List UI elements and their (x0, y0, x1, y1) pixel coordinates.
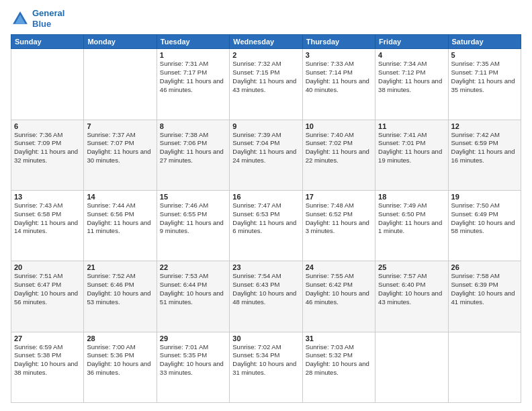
day-number: 12 (451, 122, 518, 130)
day-number: 15 (160, 193, 226, 201)
daylight-text: Daylight: 11 hours and 43 minutes. (232, 77, 296, 93)
calendar-header-thursday: Thursday (302, 35, 375, 49)
sunrise-text: Sunrise: 7:42 AM (451, 131, 500, 138)
logo-icon (11, 9, 30, 28)
calendar-cell: 20 Sunrise: 7:51 AM Sunset: 6:47 PM Dayl… (11, 261, 84, 332)
sunset-text: Sunset: 7:12 PM (378, 68, 425, 76)
day-number: 20 (14, 263, 81, 271)
sunset-text: Sunset: 6:47 PM (14, 281, 61, 288)
calendar-week-row: 13 Sunrise: 7:43 AM Sunset: 6:58 PM Dayl… (11, 190, 521, 261)
sunrise-text: Sunrise: 7:40 AM (306, 131, 354, 138)
sunset-text: Sunset: 7:06 PM (160, 139, 207, 146)
day-info: Sunrise: 7:54 AM Sunset: 6:43 PM Dayligh… (232, 272, 299, 306)
day-info: Sunrise: 7:42 AM Sunset: 6:59 PM Dayligh… (451, 131, 518, 165)
sunset-text: Sunset: 6:49 PM (451, 210, 498, 218)
sunrise-text: Sunrise: 7:39 AM (232, 131, 281, 138)
sunset-text: Sunset: 5:35 PM (160, 351, 207, 359)
daylight-text: Daylight: 11 hours and 6 minutes. (232, 219, 296, 235)
page: General Blue SundayMondayTuesdayWednesda… (0, 0, 532, 411)
day-number: 16 (232, 193, 299, 201)
sunset-text: Sunset: 6:44 PM (160, 281, 207, 288)
sunrise-text: Sunrise: 7:52 AM (87, 272, 135, 279)
calendar-cell: 17 Sunrise: 7:48 AM Sunset: 6:52 PM Dayl… (302, 190, 375, 261)
sunset-text: Sunset: 6:40 PM (378, 281, 425, 288)
sunset-text: Sunset: 6:42 PM (306, 281, 353, 288)
day-info: Sunrise: 7:41 AM Sunset: 7:01 PM Dayligh… (378, 131, 445, 165)
daylight-text: Daylight: 11 hours and 1 minute. (378, 219, 442, 235)
day-info: Sunrise: 7:47 AM Sunset: 6:53 PM Dayligh… (232, 201, 299, 236)
sunset-text: Sunset: 5:36 PM (87, 351, 134, 359)
daylight-text: Daylight: 11 hours and 19 minutes. (378, 148, 442, 164)
calendar-cell: 27 Sunrise: 6:59 AM Sunset: 5:38 PM Dayl… (11, 332, 84, 402)
calendar-cell: 18 Sunrise: 7:49 AM Sunset: 6:50 PM Dayl… (375, 190, 448, 261)
calendar-cell: 21 Sunrise: 7:52 AM Sunset: 6:46 PM Dayl… (84, 261, 157, 332)
logo: General Blue (11, 8, 64, 29)
sunrise-text: Sunrise: 7:01 AM (160, 343, 208, 351)
calendar-cell (448, 332, 521, 402)
daylight-text: Daylight: 10 hours and 31 minutes. (232, 360, 296, 376)
calendar-cell: 24 Sunrise: 7:55 AM Sunset: 6:42 PM Dayl… (302, 261, 375, 332)
calendar-cell (375, 332, 448, 402)
day-number: 2 (232, 51, 299, 59)
daylight-text: Daylight: 10 hours and 58 minutes. (451, 219, 515, 235)
sunrise-text: Sunrise: 7:53 AM (160, 272, 208, 279)
sunrise-text: Sunrise: 7:50 AM (451, 201, 500, 209)
calendar-header-friday: Friday (375, 35, 448, 49)
day-number: 3 (306, 51, 372, 59)
calendar-cell: 8 Sunrise: 7:38 AM Sunset: 7:06 PM Dayli… (157, 120, 229, 190)
day-info: Sunrise: 7:32 AM Sunset: 7:15 PM Dayligh… (232, 60, 299, 94)
calendar-header-monday: Monday (84, 35, 157, 49)
calendar-week-row: 27 Sunrise: 6:59 AM Sunset: 5:38 PM Dayl… (11, 332, 521, 402)
sunrise-text: Sunrise: 7:32 AM (232, 60, 281, 67)
sunset-text: Sunset: 7:01 PM (378, 139, 425, 146)
day-number: 9 (232, 122, 299, 130)
day-number: 29 (160, 334, 226, 342)
daylight-text: Daylight: 11 hours and 32 minutes. (14, 148, 78, 164)
sunset-text: Sunset: 7:02 PM (306, 139, 353, 146)
sunrise-text: Sunrise: 7:38 AM (160, 131, 208, 138)
calendar-cell: 5 Sunrise: 7:35 AM Sunset: 7:11 PM Dayli… (448, 49, 521, 120)
sunrise-text: Sunrise: 7:33 AM (306, 60, 354, 67)
sunrise-text: Sunrise: 7:48 AM (306, 201, 354, 209)
sunrise-text: Sunrise: 7:44 AM (87, 201, 135, 209)
day-info: Sunrise: 7:50 AM Sunset: 6:49 PM Dayligh… (451, 201, 518, 236)
day-number: 28 (87, 334, 153, 342)
sunset-text: Sunset: 7:09 PM (14, 139, 61, 146)
day-number: 11 (378, 122, 445, 130)
calendar-header-wednesday: Wednesday (230, 35, 302, 49)
calendar-header-sunday: Sunday (11, 35, 84, 49)
daylight-text: Daylight: 10 hours and 41 minutes. (451, 289, 515, 306)
calendar-cell: 12 Sunrise: 7:42 AM Sunset: 6:59 PM Dayl… (448, 120, 521, 190)
sunrise-text: Sunrise: 7:34 AM (378, 60, 427, 67)
sunrise-text: Sunrise: 7:02 AM (232, 343, 281, 351)
calendar-cell: 30 Sunrise: 7:02 AM Sunset: 5:34 PM Dayl… (230, 332, 302, 402)
day-info: Sunrise: 7:55 AM Sunset: 6:42 PM Dayligh… (306, 272, 372, 306)
daylight-text: Daylight: 11 hours and 3 minutes. (306, 219, 369, 235)
sunset-text: Sunset: 7:15 PM (232, 68, 279, 76)
daylight-text: Daylight: 11 hours and 24 minutes. (232, 148, 296, 164)
sunset-text: Sunset: 6:55 PM (160, 210, 207, 218)
sunset-text: Sunset: 5:32 PM (306, 351, 353, 359)
calendar-cell: 16 Sunrise: 7:47 AM Sunset: 6:53 PM Dayl… (230, 190, 302, 261)
day-number: 5 (451, 51, 518, 59)
calendar-week-row: 1 Sunrise: 7:31 AM Sunset: 7:17 PM Dayli… (11, 49, 521, 120)
day-number: 24 (306, 263, 372, 271)
sunrise-text: Sunrise: 7:41 AM (378, 131, 427, 138)
day-info: Sunrise: 7:49 AM Sunset: 6:50 PM Dayligh… (378, 201, 445, 236)
day-info: Sunrise: 7:43 AM Sunset: 6:58 PM Dayligh… (14, 201, 81, 236)
day-number: 1 (160, 51, 226, 59)
calendar-cell: 26 Sunrise: 7:58 AM Sunset: 6:39 PM Dayl… (448, 261, 521, 332)
day-number: 14 (87, 193, 153, 201)
daylight-text: Daylight: 11 hours and 46 minutes. (160, 77, 224, 93)
day-info: Sunrise: 7:36 AM Sunset: 7:09 PM Dayligh… (14, 131, 81, 165)
sunset-text: Sunset: 6:39 PM (451, 281, 498, 288)
day-number: 10 (306, 122, 372, 130)
daylight-text: Daylight: 10 hours and 36 minutes. (87, 360, 150, 376)
calendar: SundayMondayTuesdayWednesdayThursdayFrid… (11, 34, 521, 403)
day-number: 6 (14, 122, 81, 130)
sunrise-text: Sunrise: 7:00 AM (87, 343, 135, 351)
day-info: Sunrise: 7:01 AM Sunset: 5:35 PM Dayligh… (160, 343, 226, 377)
daylight-text: Daylight: 10 hours and 33 minutes. (160, 360, 224, 376)
calendar-cell: 25 Sunrise: 7:57 AM Sunset: 6:40 PM Dayl… (375, 261, 448, 332)
sunset-text: Sunset: 5:38 PM (14, 351, 61, 359)
